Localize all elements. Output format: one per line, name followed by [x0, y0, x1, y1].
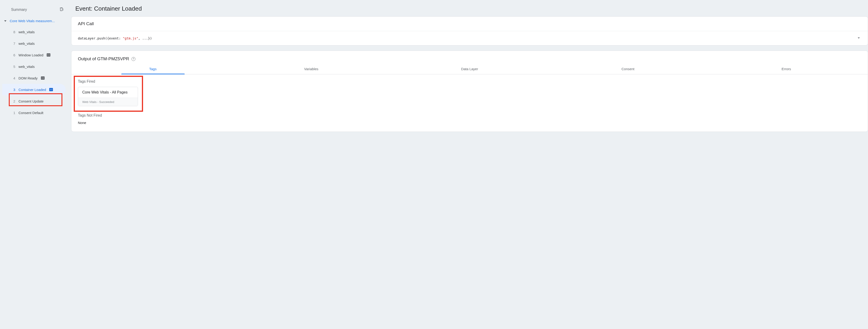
delete-sweep-icon[interactable]: [59, 7, 64, 12]
caret-down-icon: [4, 20, 6, 22]
event-number: 1: [12, 111, 15, 115]
event-label: web_vitals: [19, 41, 35, 45]
event-number: 7: [12, 41, 15, 45]
api-call-body[interactable]: dataLayer.push({event: "gtm.js", ...}): [71, 31, 868, 45]
container-name: Core Web Vitals measurem...: [10, 19, 55, 23]
event-number: 5: [12, 65, 15, 69]
tags-fired-label: Tags Fired: [78, 79, 861, 84]
api-call-header: API Call: [71, 17, 868, 31]
help-icon[interactable]: ?: [131, 57, 135, 61]
event-label: web_vitals: [19, 65, 35, 69]
event-label: Consent Default: [19, 111, 43, 115]
code-icon: [47, 53, 51, 57]
event-item[interactable]: 6Window Loaded: [2, 49, 66, 61]
event-item[interactable]: 2Consent Update: [2, 95, 66, 107]
event-item[interactable]: 8web_vitals: [2, 26, 66, 38]
tags-not-fired-value: None: [78, 121, 861, 125]
event-number: 2: [12, 99, 15, 103]
code-icon: [49, 88, 53, 91]
tab-tags[interactable]: Tags: [74, 63, 232, 74]
event-number: 4: [12, 76, 15, 80]
api-call-code-prefix: dataLayer.push({event:: [78, 36, 123, 40]
output-card: Output of GTM-PMZ5VPR ? TagsVariablesDat…: [71, 51, 868, 132]
api-call-code-suffix: , ...}): [138, 36, 152, 40]
tab-variables[interactable]: Variables: [232, 63, 390, 74]
event-label: Consent Update: [19, 99, 43, 103]
container-tree-header[interactable]: Core Web Vitals measurem...: [2, 17, 67, 25]
event-number: 3: [12, 88, 15, 92]
tab-consent[interactable]: Consent: [549, 63, 707, 74]
code-icon: [41, 76, 44, 80]
tab-data-layer[interactable]: Data Layer: [390, 63, 549, 74]
event-item[interactable]: 1Consent Default: [2, 107, 66, 119]
output-header: Output of GTM-PMZ5VPR: [78, 56, 129, 61]
event-label: web_vitals: [19, 30, 35, 34]
fired-tag-subtitle: Web Vitals - Succeeded: [78, 98, 138, 106]
api-call-code-value: "gtm.js": [123, 36, 138, 40]
event-item[interactable]: 3Container Loaded: [2, 84, 66, 95]
tags-not-fired-label: Tags Not Fired: [78, 113, 861, 118]
fired-tag-title: Core Web Vitals - All Pages: [78, 87, 138, 98]
event-number: 6: [12, 53, 15, 57]
summary-title[interactable]: Summary: [11, 8, 27, 12]
event-item[interactable]: 5web_vitals: [2, 61, 66, 72]
event-label: Container Loaded: [19, 88, 46, 92]
event-label: DOM Ready: [19, 76, 38, 80]
fired-tag-card[interactable]: Core Web Vitals - All Pages Web Vitals -…: [78, 87, 138, 106]
event-item[interactable]: 4DOM Ready: [2, 72, 66, 84]
api-call-card: API Call dataLayer.push({event: "gtm.js"…: [71, 17, 868, 45]
page-title: Event: Container Loaded: [71, 2, 868, 17]
event-label: Window Loaded: [19, 53, 43, 57]
event-number: 8: [12, 30, 15, 34]
event-item[interactable]: 7web_vitals: [2, 38, 66, 49]
tab-errors[interactable]: Errors: [707, 63, 865, 74]
chevron-down-icon[interactable]: [856, 35, 861, 41]
